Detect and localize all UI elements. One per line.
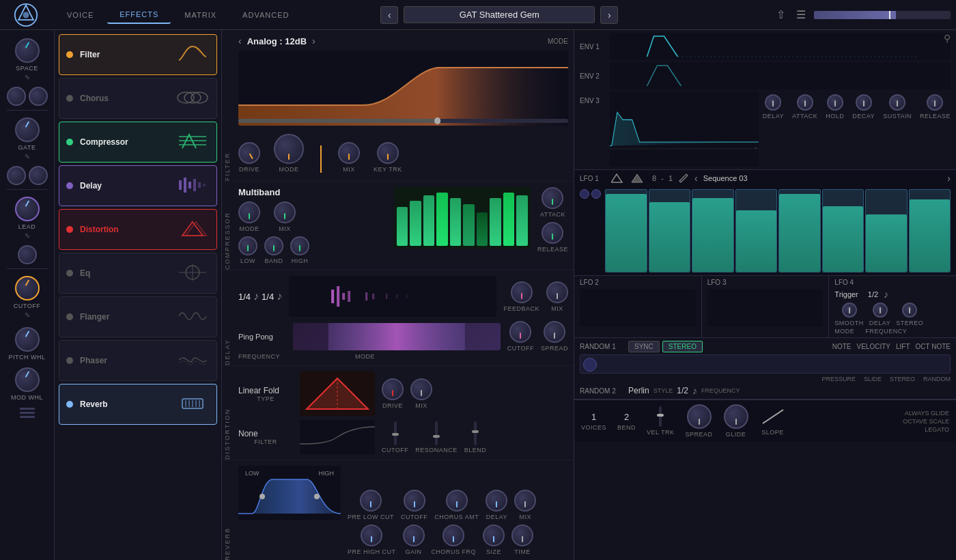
comp-mode-knob[interactable] (238, 201, 260, 223)
tab-advanced[interactable]: ADVANCED (230, 6, 301, 24)
gate-edit-btn[interactable]: ✎ (22, 151, 33, 162)
comp-mix-knob[interactable] (274, 201, 296, 223)
gate-knob-3[interactable] (29, 166, 48, 185)
reverb-time-label: TIME (514, 548, 531, 555)
env3-label: ENV 3 (580, 97, 606, 104)
glide-knob[interactable] (724, 404, 748, 429)
env-sustain-knob[interactable] (889, 94, 905, 111)
lfo1-dot2[interactable] (591, 189, 601, 199)
random1-input[interactable] (580, 354, 951, 374)
vel-trk-slider[interactable] (659, 406, 662, 427)
random1-sync-btn[interactable]: SYNC (628, 341, 660, 352)
delay-cutoff-knob[interactable] (509, 321, 531, 343)
effect-item-compressor[interactable]: Compressor (59, 122, 217, 163)
lfo1-edit-icon[interactable] (678, 173, 689, 184)
prev-preset-button[interactable]: ‹ (380, 6, 398, 24)
env-release-knob[interactable] (927, 94, 943, 111)
effect-item-delay[interactable]: Delay (59, 165, 217, 206)
filter-drive-knob[interactable] (234, 138, 264, 168)
effect-item-filter[interactable]: Filter (59, 34, 217, 75)
distortion-drive-knob[interactable] (382, 378, 404, 400)
filter-keytrk-knob[interactable] (377, 142, 399, 164)
effect-item-flanger[interactable]: Flanger (59, 296, 217, 337)
random1-stereo-btn[interactable]: STEREO (662, 341, 703, 352)
comp-attack-knob[interactable] (542, 187, 563, 209)
lfo1-shape-icon[interactable] (611, 173, 625, 184)
lfo1-dot1[interactable] (580, 189, 589, 199)
reverb-time-knob[interactable] (511, 524, 533, 546)
lfo1-bar-5[interactable] (778, 189, 821, 272)
filter-mix-knob[interactable] (338, 142, 360, 164)
reverb-chorus-frq-knob[interactable] (442, 524, 464, 546)
reverb-delay-knob[interactable] (486, 490, 507, 512)
space-knob-3[interactable] (29, 87, 48, 106)
cutoff-knob[interactable] (15, 276, 40, 300)
mod-whl-knob[interactable] (15, 367, 40, 392)
comp-release-knob[interactable] (542, 222, 563, 244)
reverb-chorus-amt-knob[interactable] (446, 490, 468, 512)
lfo1-shape-icon2[interactable] (630, 173, 644, 184)
lfo1-bar-4[interactable] (735, 189, 778, 272)
effect-item-reverb[interactable]: Reverb (59, 384, 217, 425)
distortion-cutoff-slider[interactable] (394, 421, 397, 445)
lfo1-bar-8[interactable] (909, 189, 951, 272)
tab-voice[interactable]: VOICE (55, 6, 106, 24)
env-decay-knob[interactable] (856, 94, 872, 111)
tab-matrix[interactable]: MATRIX (172, 6, 229, 24)
filter-prev-btn[interactable]: ‹ (238, 36, 242, 46)
reverb-pre-high-cut-knob[interactable] (361, 524, 382, 546)
env-attack-knob[interactable] (797, 94, 813, 111)
tab-effects[interactable]: EFFECTS (107, 6, 171, 24)
cutoff-edit-btn[interactable]: ✎ (22, 309, 33, 320)
distortion-blend-slider[interactable] (474, 421, 477, 445)
space-edit-btn[interactable]: ✎ (22, 72, 33, 83)
lead-edit-btn[interactable]: ✎ (22, 230, 33, 241)
search-button[interactable]: ⚲ (944, 33, 951, 44)
lfo1-bar-3[interactable] (692, 189, 734, 272)
env-hold-knob[interactable] (827, 94, 843, 111)
lfo1-bar-2[interactable] (649, 189, 691, 272)
lfo1-next-btn[interactable]: › (947, 173, 951, 184)
distortion-mix-knob[interactable] (410, 378, 432, 400)
comp-high-knob[interactable] (290, 236, 309, 255)
delay-mix-knob[interactable] (546, 281, 568, 303)
lfo1-bar-7[interactable] (865, 189, 908, 272)
reverb-mix-knob[interactable] (514, 490, 536, 512)
random1-knob[interactable] (583, 358, 597, 372)
pitch-whl-knob[interactable] (15, 327, 40, 352)
space-knob-2[interactable] (7, 87, 26, 106)
space-knob[interactable] (15, 38, 40, 63)
lfo4-smooth-knob[interactable] (842, 303, 857, 318)
comp-low-knob[interactable] (238, 236, 257, 255)
lead-knob-2[interactable] (18, 245, 37, 264)
reverb-pre-low-cut-knob[interactable] (360, 490, 382, 512)
env-delay-knob[interactable] (765, 94, 781, 111)
reverb-gain-knob[interactable] (403, 524, 425, 546)
spread-knob[interactable] (687, 404, 712, 429)
filter-slider[interactable] (320, 145, 322, 173)
lfo4-delay-knob[interactable] (873, 303, 888, 318)
next-preset-button[interactable]: › (600, 6, 618, 24)
comp-band-knob[interactable] (264, 236, 283, 255)
lfo1-prev-btn[interactable]: ‹ (694, 173, 698, 184)
reverb-size-knob[interactable] (483, 524, 505, 546)
reverb-cutoff-knob[interactable] (404, 490, 425, 512)
filter-next-btn[interactable]: › (312, 36, 315, 46)
effect-item-phaser[interactable]: Phaser (59, 340, 217, 381)
gate-knob-2[interactable] (7, 166, 26, 185)
effect-item-chorus[interactable]: Chorus (59, 78, 217, 119)
lfo1-bar-6[interactable] (822, 189, 864, 272)
menu-icon[interactable]: ☰ (793, 5, 809, 24)
gate-knob[interactable] (15, 117, 40, 142)
delay-spread-knob[interactable] (544, 321, 565, 343)
lfo1-bar-1[interactable] (605, 189, 647, 272)
delay-feedback-knob[interactable] (511, 281, 533, 303)
filter-mode-knob[interactable] (274, 134, 304, 164)
save-icon[interactable]: ⇧ (774, 5, 788, 24)
lfo4-stereo-knob[interactable] (902, 303, 917, 318)
effect-item-eq[interactable]: Eq (59, 253, 217, 294)
lfo4-freq-label: FREQUENCY (865, 328, 907, 335)
effect-item-distortion[interactable]: Distortion (59, 209, 217, 250)
distortion-resonance-slider[interactable] (435, 421, 438, 445)
lead-knob[interactable] (15, 197, 40, 221)
